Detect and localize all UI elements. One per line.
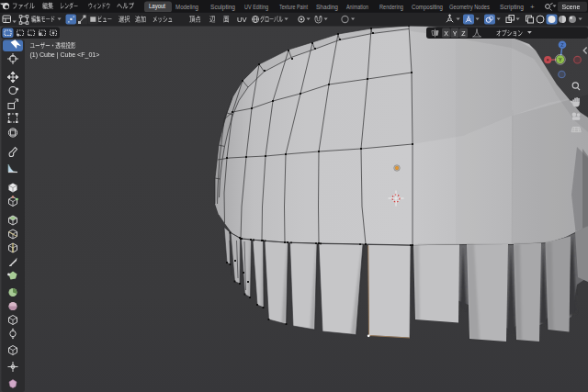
svg-text:Shading: Shading [316, 4, 338, 11]
svg-text:Scene: Scene [562, 4, 581, 10]
svg-text:X: X [444, 30, 448, 37]
svg-text:UV: UV [237, 16, 246, 24]
svg-text:Modeling: Modeling [175, 4, 198, 11]
svg-text:Geometry Nodes: Geometry Nodes [449, 4, 490, 11]
svg-text:Animation: Animation [346, 4, 368, 10]
svg-text:+: + [530, 3, 535, 11]
svg-text:Layout: Layout [149, 3, 165, 10]
svg-text:Texture Paint: Texture Paint [279, 4, 308, 10]
svg-text:Y: Y [453, 30, 458, 37]
svg-text:Sculpting: Sculpting [210, 4, 235, 11]
svg-text:Compositing: Compositing [412, 4, 443, 11]
svg-text:Z: Z [461, 30, 466, 37]
svg-text:Rendering: Rendering [379, 4, 403, 11]
svg-text:(1) Cube | Cube <F_01>: (1) Cube | Cube <F_01> [30, 51, 100, 59]
svg-text:Scripting: Scripting [500, 4, 524, 11]
svg-text:Y: Y [559, 57, 562, 62]
svg-text:UV Editing: UV Editing [244, 4, 268, 11]
